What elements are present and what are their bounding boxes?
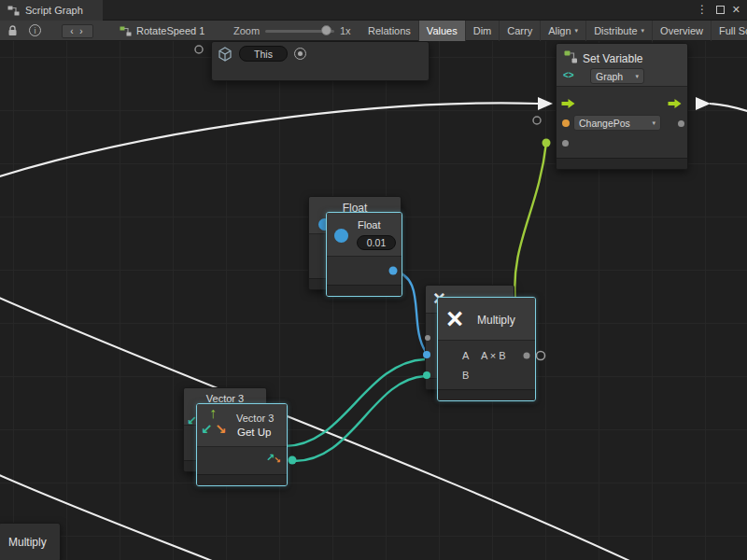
node-vector3-get-up[interactable]: ↑ ↙ ↘ Vector 3 Get Up ↗ ↘ — [196, 403, 288, 486]
up-arrow-icon: ↑ — [209, 405, 217, 422]
button-label: Values — [427, 25, 458, 36]
multiply-icon: × — [446, 301, 463, 338]
port-inner-dot — [298, 51, 303, 56]
set-variable-title: Set Variable — [583, 52, 642, 65]
carry-button[interactable]: Carry — [500, 21, 541, 41]
get-up-subtitle: Get Up — [237, 427, 271, 438]
node-this[interactable]: This — [211, 41, 430, 81]
info-icon[interactable]: i — [29, 24, 41, 36]
cube-icon — [218, 47, 233, 62]
corner-node-title: Multiply — [8, 536, 47, 549]
variable-name-label: ChangePos — [579, 118, 630, 129]
button-label: Overview — [660, 25, 703, 36]
set-variable-icon — [564, 50, 578, 63]
port-label-result: A × B — [481, 350, 506, 361]
zoom-value: 1x — [340, 25, 351, 36]
align-button[interactable]: Align▾ — [541, 21, 586, 41]
tab-label: Script Graph — [25, 5, 83, 16]
button-label: Align — [548, 25, 571, 36]
script-graph-window: This Set Variable <> Graph ▾ ChangePos ▾ — [0, 0, 747, 560]
this-output-port[interactable] — [294, 48, 306, 60]
float-type-icon — [334, 229, 348, 243]
multiply-title: Multiply — [477, 314, 515, 327]
node-footer — [438, 389, 535, 400]
chevron-down-icon: ▾ — [575, 27, 579, 35]
this-target-chip[interactable]: This — [239, 46, 288, 62]
node-set-variable[interactable]: Set Variable <> Graph ▾ ChangePos ▾ — [556, 43, 688, 170]
flow-input-port[interactable] — [561, 98, 576, 109]
graph-kind-icon: <> — [563, 70, 574, 80]
node-multiply-corner[interactable]: Multiply — [0, 523, 61, 560]
overview-button[interactable]: Overview — [653, 21, 712, 41]
chevron-down-icon: ▾ — [641, 27, 645, 35]
button-label: Full Screen — [719, 25, 747, 36]
variable-name-port[interactable] — [562, 119, 570, 127]
window-maximize-icon[interactable] — [716, 6, 725, 14]
mini-se-arrow-icon: ↘ — [274, 455, 281, 465]
down-right-arrow-icon: ↘ — [215, 421, 227, 438]
connector-toggle-button[interactable]: ‹ › — [62, 24, 93, 38]
button-label: Relations — [368, 25, 411, 36]
tab-script-graph[interactable]: Script Graph — [0, 0, 103, 21]
graph-toolbar: i ‹ › RotateSpeed 1 Zoom 1x Relations Va… — [0, 21, 747, 41]
fullscreen-button[interactable]: Full Screen — [712, 21, 747, 41]
zoom-label: Zoom — [233, 25, 260, 36]
node-footer — [327, 285, 402, 296]
button-label: Carry — [507, 25, 532, 36]
script-graph-icon — [7, 6, 20, 16]
node-float[interactable]: Float 0.01 — [326, 212, 402, 297]
values-button[interactable]: Values — [419, 21, 466, 41]
down-left-arrow-icon: ↙ — [201, 421, 213, 438]
graph-name[interactable]: RotateSpeed 1 — [136, 25, 204, 36]
vector3-title: Vector 3 — [236, 413, 274, 424]
port-label-b: B — [462, 370, 469, 381]
graph-icon — [120, 26, 132, 36]
float-title: Float — [358, 219, 380, 231]
zoom-slider-handle[interactable] — [321, 25, 331, 35]
button-label: Dim — [473, 25, 492, 36]
value-output-port[interactable] — [678, 120, 684, 127]
variable-kind-dropdown[interactable]: Graph ▾ — [590, 68, 644, 84]
button-label: Distribute — [594, 25, 637, 36]
toolbar-button-group: Relations Values Dim Carry Align▾ Distri… — [360, 21, 747, 41]
chevron-down-icon: ▾ — [635, 73, 639, 80]
variable-name-dropdown[interactable]: ChangePos ▾ — [573, 115, 661, 131]
node-multiply[interactable]: × Multiply A A × B B — [437, 297, 536, 401]
window-close-icon[interactable]: ✕ — [732, 4, 740, 16]
titlebar: Script Graph ⋮ ✕ — [0, 0, 747, 21]
float-value-input[interactable]: 0.01 — [357, 235, 396, 250]
dim-button[interactable]: Dim — [466, 21, 500, 41]
flow-output-port[interactable] — [668, 98, 683, 109]
distribute-button[interactable]: Distribute▾ — [586, 21, 653, 41]
value-input-port[interactable] — [562, 140, 569, 147]
node-footer — [197, 474, 287, 485]
port-label-a: A — [462, 350, 469, 361]
relations-button[interactable]: Relations — [360, 21, 419, 41]
variable-kind-label: Graph — [596, 71, 623, 82]
chevron-down-icon: ▾ — [652, 119, 655, 127]
lock-icon[interactable] — [7, 25, 18, 36]
node-footer — [557, 158, 687, 169]
window-menu-icon[interactable]: ⋮ — [697, 3, 708, 16]
